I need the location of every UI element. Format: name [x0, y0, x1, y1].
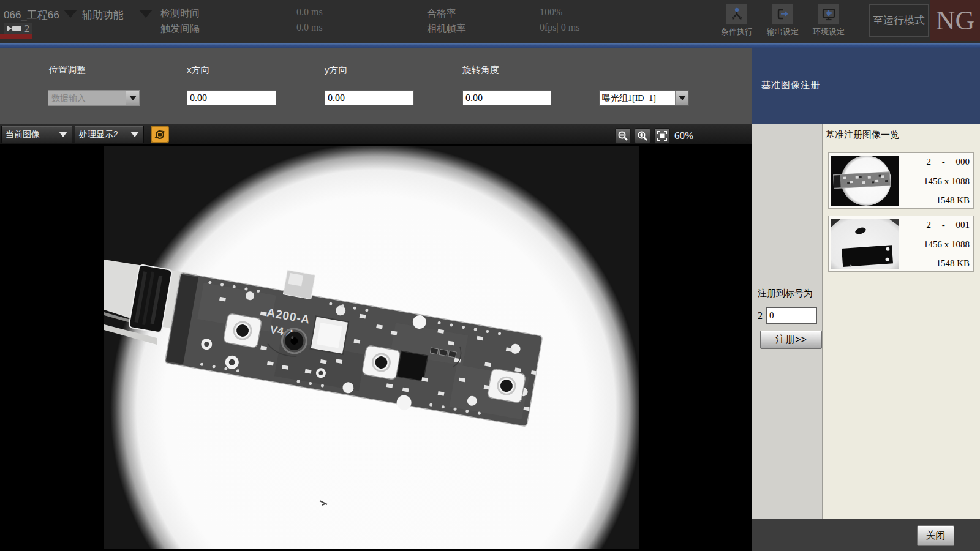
image-dimensions: 1456 x 1088 [901, 176, 970, 187]
position-mode-select[interactable]: 数据输入 [48, 90, 140, 106]
environment-settings-button[interactable]: 环境设定 [809, 4, 848, 39]
zoom-out-button[interactable] [615, 128, 631, 144]
image-toolbar: 当前图像 处理显示2 [0, 124, 752, 144]
camera-frame-image: A200-A V4.2 [104, 146, 639, 549]
x-direction-input[interactable] [187, 90, 276, 105]
registered-image-thumbnail [831, 219, 899, 269]
active-camera-marker [0, 34, 32, 39]
image-dimensions: 1456 x 1088 [901, 239, 970, 250]
tact-switch [362, 345, 401, 380]
camera-number: 2 [24, 23, 29, 34]
image-file-size: 1548 KB [901, 195, 970, 206]
condition-execute-button[interactable]: 条件执行 [717, 4, 756, 39]
image-file-size: 1548 KB [901, 258, 970, 269]
monitor-gear-icon [818, 4, 839, 24]
register-panel-title: 基准图像注册 [761, 80, 820, 91]
position-adjust-label: 位置调整 [49, 64, 86, 76]
chevron-down-icon [130, 132, 139, 137]
exposure-group-value: 曝光组1[ID=1] [600, 91, 675, 105]
camera-badge[interactable]: 2 [4, 23, 32, 34]
tool-label: 条件执行 [721, 26, 753, 37]
stat-label-pass-rate: 合格率 [427, 7, 456, 20]
position-mode-value: 数据输入 [48, 91, 126, 105]
stat-value-trigger-interval: 0.0 ms [296, 22, 323, 33]
aux-menu-chevron-down-icon[interactable] [139, 10, 153, 18]
registered-image-card[interactable]: 2 - 000 1456 x 1088 1548 KB [828, 152, 974, 209]
output-settings-button[interactable]: 输出设定 [763, 4, 802, 39]
fit-screen-icon [657, 130, 668, 141]
rotation-angle-input[interactable] [462, 90, 551, 105]
stat-value-inspect-time: 0.0 ms [296, 7, 323, 18]
register-panel-header: 基准图像注册 [752, 48, 980, 124]
fit-to-screen-button[interactable] [654, 128, 670, 144]
camera-image-viewport[interactable]: A200-A V4.2 [0, 144, 752, 549]
app-window: 066_工程66 辅助功能 2 检测时间 0.0 ms 触发间隔 0.0 ms … [0, 0, 980, 551]
y-direction-label: y方向 [325, 64, 348, 76]
register-action-column: 注册到标号为 2 注册>> [752, 124, 823, 519]
tool-label: 输出设定 [767, 26, 799, 37]
tact-switch [223, 313, 262, 348]
project-name-menu[interactable]: 066_工程66 [4, 8, 59, 22]
aux-functions-menu[interactable]: 辅助功能 [82, 8, 124, 22]
zoom-in-icon [637, 130, 648, 141]
export-icon [772, 4, 793, 24]
x-direction-label: x方向 [187, 64, 210, 76]
rotation-angle-label: 旋转角度 [462, 64, 499, 76]
position-adjust-bar: 位置调整 x方向 y方向 旋转角度 数据输入 曝光组1[ID=1] [0, 48, 752, 124]
camera-cycle-icon [154, 129, 166, 141]
register-to-label: 注册到标号为 [758, 288, 813, 299]
top-bar: 066_工程66 辅助功能 2 检测时间 0.0 ms 触发间隔 0.0 ms … [0, 0, 980, 43]
tact-switch [487, 369, 526, 403]
stat-value-frame-rate: 0fps| 0 ms [540, 22, 579, 33]
image-source-select[interactable]: 当前图像 [1, 126, 72, 143]
run-mode-button[interactable]: 至运行模式 [869, 4, 929, 37]
accent-divider [0, 43, 980, 48]
stat-label-trigger-interval: 触发间隔 [160, 23, 200, 36]
display-mode-select[interactable]: 处理显示2 [75, 126, 144, 143]
stat-value-pass-rate: 100% [540, 7, 562, 18]
registered-image-list: 基准注册图像一览 [823, 124, 980, 519]
stat-label-frame-rate: 相机帧率 [427, 23, 466, 36]
zoom-in-button[interactable] [635, 128, 650, 144]
tool-label: 环境设定 [813, 26, 845, 37]
zoom-level-value: 60% [674, 130, 693, 142]
camera-icon [7, 24, 23, 33]
registered-image-list-title: 基准注册图像一览 [826, 129, 899, 141]
chevron-down-icon[interactable] [675, 91, 688, 105]
display-mode-value: 处理显示2 [75, 129, 130, 140]
stat-label-inspect-time: 检测时间 [160, 7, 200, 20]
register-index: 2 [758, 310, 763, 321]
panel-bottom-bar: 关闭 [752, 519, 980, 551]
register-number-input[interactable] [766, 307, 817, 324]
register-button[interactable]: 注册>> [760, 331, 822, 349]
registered-image-card[interactable]: 2 - 001 1456 x 1088 1548 KB [828, 216, 974, 272]
y-direction-input[interactable] [325, 90, 414, 105]
registered-image-thumbnail [831, 156, 899, 206]
flow-branch-icon [726, 4, 747, 24]
chevron-down-icon [59, 132, 67, 137]
image-id: 2 - 000 [901, 157, 970, 167]
image-source-value: 当前图像 [2, 129, 59, 140]
exposure-group-select[interactable]: 曝光组1[ID=1] [599, 90, 689, 106]
image-id: 2 - 001 [901, 220, 970, 230]
project-menu-chevron-down-icon[interactable] [64, 10, 77, 18]
camera-refresh-button[interactable] [151, 126, 169, 143]
ng-status-badge: NG [930, 0, 980, 41]
close-button[interactable]: 关闭 [917, 525, 954, 546]
chevron-down-icon[interactable] [126, 91, 139, 105]
zoom-out-icon [617, 130, 628, 141]
